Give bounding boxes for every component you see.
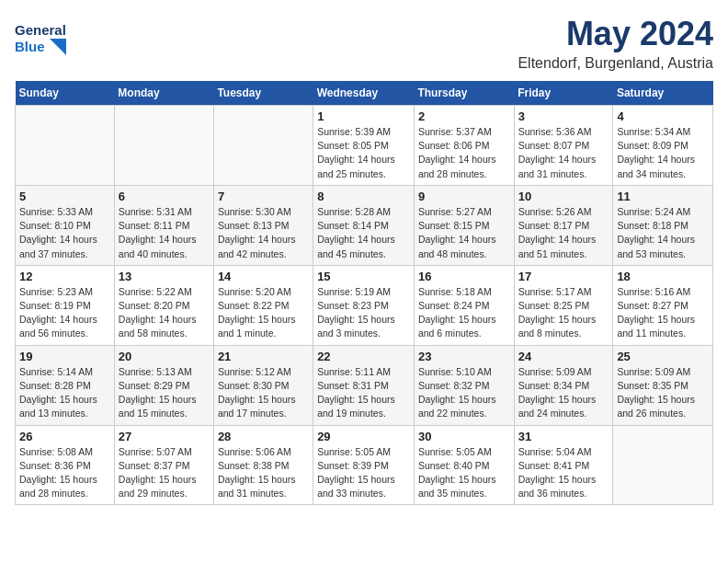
- day-info: Sunrise: 5:39 AM Sunset: 8:05 PM Dayligh…: [317, 125, 410, 181]
- day-info: Sunrise: 5:36 AM Sunset: 8:07 PM Dayligh…: [518, 125, 609, 181]
- day-info: Sunrise: 5:28 AM Sunset: 8:14 PM Dayligh…: [317, 205, 410, 261]
- day-number: 13: [119, 270, 210, 283]
- day-info: Sunrise: 5:13 AM Sunset: 8:29 PM Dayligh…: [119, 365, 210, 421]
- day-info: Sunrise: 5:07 AM Sunset: 8:37 PM Dayligh…: [119, 445, 210, 501]
- calendar-cell: 30Sunrise: 5:05 AM Sunset: 8:40 PM Dayli…: [414, 425, 514, 505]
- calendar-cell: 7Sunrise: 5:30 AM Sunset: 8:13 PM Daylig…: [213, 185, 313, 265]
- day-number: 23: [418, 350, 510, 363]
- day-number: 17: [518, 270, 609, 283]
- day-info: Sunrise: 5:22 AM Sunset: 8:20 PM Dayligh…: [119, 285, 210, 341]
- day-number: 30: [418, 430, 510, 443]
- calendar-table: SundayMondayTuesdayWednesdayThursdayFrid…: [15, 81, 713, 505]
- day-number: 9: [418, 190, 510, 203]
- day-info: Sunrise: 5:31 AM Sunset: 8:11 PM Dayligh…: [119, 205, 210, 261]
- calendar-cell: 10Sunrise: 5:26 AM Sunset: 8:17 PM Dayli…: [514, 185, 613, 265]
- day-number: 3: [518, 109, 609, 123]
- day-info: Sunrise: 5:30 AM Sunset: 8:13 PM Dayligh…: [218, 205, 309, 261]
- day-info: Sunrise: 5:34 AM Sunset: 8:09 PM Dayligh…: [617, 125, 709, 181]
- col-header-wednesday: Wednesday: [313, 81, 415, 106]
- day-number: 16: [418, 270, 510, 283]
- day-number: 19: [19, 350, 110, 363]
- col-header-thursday: Thursday: [414, 81, 514, 106]
- calendar-cell: [114, 106, 213, 186]
- day-info: Sunrise: 5:09 AM Sunset: 8:34 PM Dayligh…: [518, 365, 609, 421]
- calendar-header-row: SundayMondayTuesdayWednesdayThursdayFrid…: [16, 81, 713, 106]
- calendar-cell: 13Sunrise: 5:22 AM Sunset: 8:20 PM Dayli…: [114, 265, 213, 345]
- day-info: Sunrise: 5:33 AM Sunset: 8:10 PM Dayligh…: [19, 205, 110, 261]
- calendar-cell: 27Sunrise: 5:07 AM Sunset: 8:37 PM Dayli…: [114, 425, 213, 505]
- calendar-cell: 1Sunrise: 5:39 AM Sunset: 8:05 PM Daylig…: [313, 106, 415, 186]
- day-number: 26: [19, 430, 110, 443]
- col-header-saturday: Saturday: [613, 81, 713, 106]
- calendar-week-row: 26Sunrise: 5:08 AM Sunset: 8:36 PM Dayli…: [16, 425, 713, 505]
- day-number: 8: [317, 190, 410, 203]
- calendar-cell: 15Sunrise: 5:19 AM Sunset: 8:23 PM Dayli…: [313, 265, 415, 345]
- col-header-friday: Friday: [514, 81, 613, 106]
- day-number: 15: [317, 270, 410, 283]
- calendar-cell: 25Sunrise: 5:09 AM Sunset: 8:35 PM Dayli…: [613, 345, 713, 425]
- col-header-tuesday: Tuesday: [213, 81, 313, 106]
- day-number: 18: [617, 270, 709, 283]
- calendar-cell: 8Sunrise: 5:28 AM Sunset: 8:14 PM Daylig…: [313, 185, 415, 265]
- day-info: Sunrise: 5:12 AM Sunset: 8:30 PM Dayligh…: [218, 365, 309, 421]
- calendar-cell: 31Sunrise: 5:04 AM Sunset: 8:41 PM Dayli…: [514, 425, 613, 505]
- calendar-cell: 24Sunrise: 5:09 AM Sunset: 8:34 PM Dayli…: [514, 345, 613, 425]
- calendar-cell: 26Sunrise: 5:08 AM Sunset: 8:36 PM Dayli…: [16, 425, 115, 505]
- day-number: 31: [518, 430, 609, 443]
- calendar-cell: 6Sunrise: 5:31 AM Sunset: 8:11 PM Daylig…: [114, 185, 213, 265]
- calendar-cell: 18Sunrise: 5:16 AM Sunset: 8:27 PM Dayli…: [613, 265, 713, 345]
- calendar-cell: 20Sunrise: 5:13 AM Sunset: 8:29 PM Dayli…: [114, 345, 213, 425]
- col-header-sunday: Sunday: [16, 81, 115, 106]
- day-info: Sunrise: 5:18 AM Sunset: 8:24 PM Dayligh…: [418, 285, 510, 341]
- calendar-cell: 3Sunrise: 5:36 AM Sunset: 8:07 PM Daylig…: [514, 106, 613, 186]
- day-number: 12: [19, 270, 110, 283]
- col-header-monday: Monday: [114, 81, 213, 106]
- day-info: Sunrise: 5:08 AM Sunset: 8:36 PM Dayligh…: [19, 445, 110, 501]
- day-number: 7: [218, 190, 309, 203]
- day-number: 2: [418, 109, 510, 123]
- day-number: 22: [317, 350, 410, 363]
- calendar-cell: 2Sunrise: 5:37 AM Sunset: 8:06 PM Daylig…: [414, 106, 514, 186]
- calendar-week-row: 5Sunrise: 5:33 AM Sunset: 8:10 PM Daylig…: [16, 185, 713, 265]
- day-info: Sunrise: 5:11 AM Sunset: 8:31 PM Dayligh…: [317, 365, 410, 421]
- day-info: Sunrise: 5:05 AM Sunset: 8:40 PM Dayligh…: [418, 445, 510, 501]
- day-info: Sunrise: 5:05 AM Sunset: 8:39 PM Dayligh…: [317, 445, 410, 501]
- calendar-cell: 11Sunrise: 5:24 AM Sunset: 8:18 PM Dayli…: [613, 185, 713, 265]
- calendar-week-row: 1Sunrise: 5:39 AM Sunset: 8:05 PM Daylig…: [16, 106, 713, 186]
- day-number: 24: [518, 350, 609, 363]
- calendar-week-row: 12Sunrise: 5:23 AM Sunset: 8:19 PM Dayli…: [16, 265, 713, 345]
- day-number: 1: [317, 109, 410, 123]
- svg-text:Blue: Blue: [15, 39, 45, 54]
- day-number: 29: [317, 430, 410, 443]
- day-number: 11: [617, 190, 709, 203]
- logo-icon: General Blue: [15, 15, 66, 61]
- day-info: Sunrise: 5:04 AM Sunset: 8:41 PM Dayligh…: [518, 445, 609, 501]
- day-number: 6: [119, 190, 210, 203]
- day-info: Sunrise: 5:10 AM Sunset: 8:32 PM Dayligh…: [418, 365, 510, 421]
- calendar-cell: 16Sunrise: 5:18 AM Sunset: 8:24 PM Dayli…: [414, 265, 514, 345]
- day-info: Sunrise: 5:20 AM Sunset: 8:22 PM Dayligh…: [218, 285, 309, 341]
- calendar-cell: 5Sunrise: 5:33 AM Sunset: 8:10 PM Daylig…: [16, 185, 115, 265]
- calendar-cell: 12Sunrise: 5:23 AM Sunset: 8:19 PM Dayli…: [16, 265, 115, 345]
- day-info: Sunrise: 5:37 AM Sunset: 8:06 PM Dayligh…: [418, 125, 510, 181]
- day-number: 5: [19, 190, 110, 203]
- day-info: Sunrise: 5:14 AM Sunset: 8:28 PM Dayligh…: [19, 365, 110, 421]
- calendar-cell: [213, 106, 313, 186]
- page-subtitle: Eltendorf, Burgenland, Austria: [518, 55, 713, 72]
- day-info: Sunrise: 5:23 AM Sunset: 8:19 PM Dayligh…: [19, 285, 110, 341]
- calendar-cell: 22Sunrise: 5:11 AM Sunset: 8:31 PM Dayli…: [313, 345, 415, 425]
- calendar-cell: [613, 425, 713, 505]
- day-number: 21: [218, 350, 309, 363]
- day-info: Sunrise: 5:27 AM Sunset: 8:15 PM Dayligh…: [418, 205, 510, 261]
- day-info: Sunrise: 5:17 AM Sunset: 8:25 PM Dayligh…: [518, 285, 609, 341]
- calendar-cell: 21Sunrise: 5:12 AM Sunset: 8:30 PM Dayli…: [213, 345, 313, 425]
- day-info: Sunrise: 5:09 AM Sunset: 8:35 PM Dayligh…: [617, 365, 709, 421]
- day-number: 4: [617, 109, 709, 123]
- day-number: 14: [218, 270, 309, 283]
- day-info: Sunrise: 5:16 AM Sunset: 8:27 PM Dayligh…: [617, 285, 709, 341]
- day-info: Sunrise: 5:19 AM Sunset: 8:23 PM Dayligh…: [317, 285, 410, 341]
- svg-marker-2: [50, 39, 66, 55]
- calendar-cell: 28Sunrise: 5:06 AM Sunset: 8:38 PM Dayli…: [213, 425, 313, 505]
- day-info: Sunrise: 5:24 AM Sunset: 8:18 PM Dayligh…: [617, 205, 709, 261]
- calendar-cell: 19Sunrise: 5:14 AM Sunset: 8:28 PM Dayli…: [16, 345, 115, 425]
